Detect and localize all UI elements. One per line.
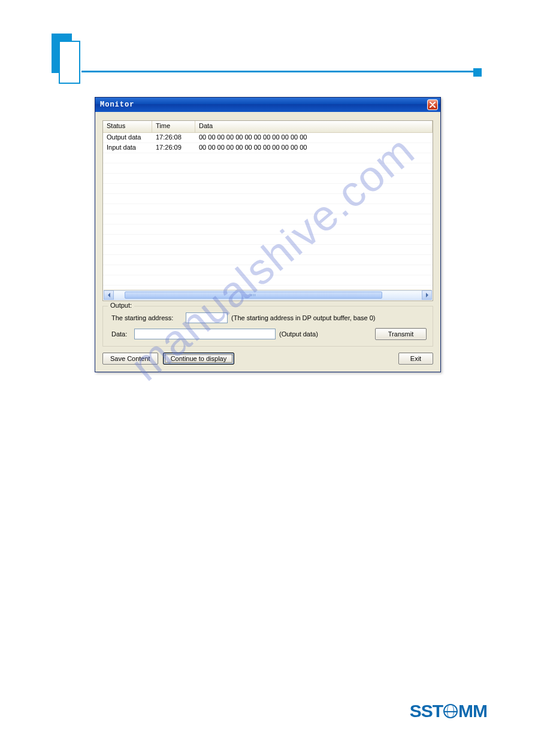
exit-button[interactable]: Exit — [398, 353, 433, 365]
scroll-thumb[interactable] — [125, 292, 382, 299]
data-label: Data: — [111, 330, 131, 338]
cell-data: 00 00 00 00 00 00 00 00 00 00 00 00 — [195, 133, 433, 143]
transmit-button[interactable]: Transmit — [375, 328, 427, 340]
cell-status: Input data — [103, 143, 152, 153]
scroll-left-button[interactable] — [104, 290, 114, 300]
data-input[interactable] — [134, 329, 276, 339]
column-header-status[interactable]: Status — [103, 121, 152, 132]
cell-time: 17:26:09 — [152, 143, 195, 153]
cell-time: 17:26:08 — [152, 133, 195, 143]
data-hint: (Output data) — [279, 330, 318, 338]
scroll-track[interactable] — [114, 290, 422, 300]
page-header-decoration — [52, 34, 477, 93]
save-content-button[interactable]: Save Content — [102, 353, 158, 365]
monitor-table[interactable]: Status Time Data Output data 17:26:08 00… — [102, 120, 433, 301]
output-group-legend: Output: — [108, 302, 134, 309]
close-icon — [430, 102, 436, 108]
dialog-titlebar[interactable]: Monitor — [95, 98, 440, 112]
chevron-left-icon — [107, 293, 111, 297]
cell-data: 00 00 00 00 00 00 00 00 00 00 00 00 — [195, 143, 433, 153]
cell-status: Output data — [103, 133, 152, 143]
table-row[interactable]: Output data 17:26:08 00 00 00 00 00 00 0… — [103, 133, 433, 143]
starting-address-label: The starting address: — [111, 314, 182, 321]
deco-box-front — [59, 41, 80, 84]
dialog-title: Monitor — [100, 101, 134, 109]
deco-end-square — [473, 68, 482, 77]
scroll-right-button[interactable] — [422, 290, 432, 300]
logo-part-2: MM — [458, 701, 487, 721]
sstomm-logo: SST MM — [410, 701, 487, 721]
table-header[interactable]: Status Time Data — [103, 121, 433, 133]
table-body[interactable]: Output data 17:26:08 00 00 00 00 00 00 0… — [103, 133, 433, 290]
chevron-right-icon — [425, 293, 429, 297]
table-row[interactable]: Input data 17:26:09 00 00 00 00 00 00 00… — [103, 143, 433, 153]
close-button[interactable] — [427, 99, 438, 110]
continue-display-button[interactable]: Continue to display — [163, 353, 235, 365]
monitor-dialog: Monitor Status Time Data Output data 17:… — [95, 97, 441, 372]
dialog-button-row: Save Content Continue to display Exit — [102, 353, 433, 365]
deco-line — [81, 71, 477, 72]
starting-address-hint: (The starting address in DP output buffe… — [231, 314, 376, 321]
globe-icon — [443, 704, 458, 718]
starting-address-input[interactable] — [186, 312, 228, 323]
dialog-body: Status Time Data Output data 17:26:08 00… — [95, 112, 440, 372]
logo-part-1: SST — [410, 701, 443, 721]
column-header-time[interactable]: Time — [152, 121, 195, 132]
output-groupbox: Output: The starting address: (The start… — [102, 306, 433, 347]
column-header-data[interactable]: Data — [195, 121, 433, 132]
horizontal-scrollbar[interactable] — [104, 290, 432, 300]
